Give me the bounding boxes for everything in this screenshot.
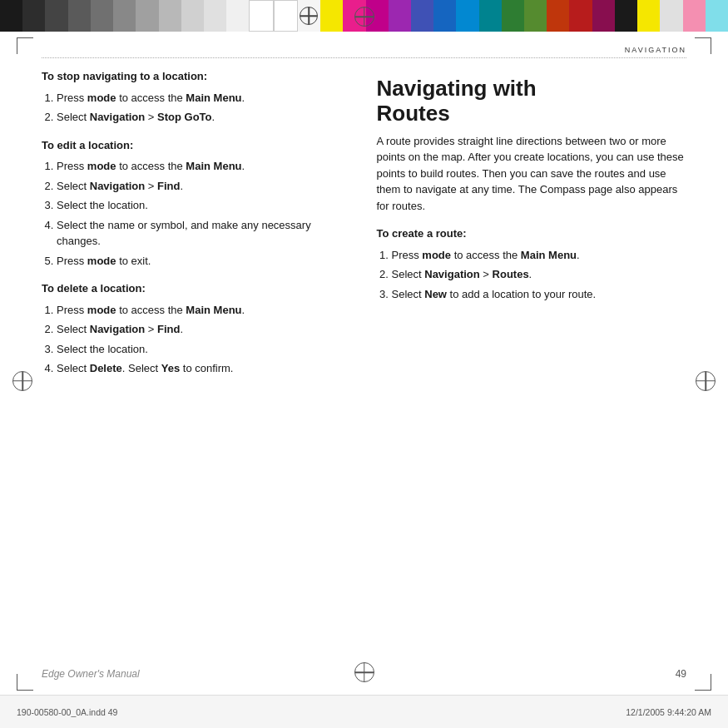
swatch-3 <box>45 0 67 32</box>
stop-goto-2: Stop GoTo <box>157 111 211 123</box>
stop-mode-1: mode <box>87 92 116 104</box>
swatch-13 <box>274 0 298 32</box>
swatch-blue <box>433 0 456 32</box>
swatch-green <box>502 0 524 32</box>
main-columns: To stop navigating to a location: Press … <box>42 68 686 680</box>
swatch-lightgray <box>660 0 682 32</box>
edit-loc-title: To edit a location: <box>42 137 352 154</box>
bottom-bar-right: 12/1/2005 9:44:20 AM <box>626 707 711 717</box>
swatch-lightpink <box>683 0 706 32</box>
corner-mark-tl <box>17 37 33 54</box>
swatch-4 <box>68 0 91 32</box>
swatch-6 <box>113 0 136 32</box>
swatch-12 <box>249 0 273 32</box>
create-route-title: To create a route: <box>377 225 687 242</box>
swatch-cyan <box>706 0 728 32</box>
create-mode-1: mode <box>422 249 451 261</box>
delete-mainmenu-1: Main Menu <box>186 304 241 316</box>
swatch-black2 <box>615 0 637 32</box>
edit-step-2: Select Navigation > Find. <box>57 178 352 195</box>
swatch-5 <box>91 0 113 32</box>
delete-step-1: Press mode to access the Main Menu. <box>57 302 352 319</box>
stop-step-1: Press mode to access the Main Menu. <box>57 90 352 106</box>
delete-mode-1: mode <box>87 304 116 316</box>
edit-find-2: Find <box>157 180 180 192</box>
page-number: 49 <box>676 668 686 680</box>
routes-heading-line1: Navigating with <box>377 76 537 101</box>
manual-title: Edge Owner's Manual <box>42 668 140 680</box>
crosshair-top <box>354 7 374 27</box>
swatch-darkpink <box>592 0 615 32</box>
edit-step-4: Select the name or symbol, and make any … <box>57 217 352 250</box>
create-step-2: Select Navigation > Routes. <box>392 266 687 283</box>
edit-mode-1: mode <box>87 160 116 172</box>
swatch-1 <box>0 0 22 32</box>
edit-nav-2: Navigation <box>90 180 145 192</box>
bottom-bar-left: 190-00580-00_0A.indd 49 <box>17 707 117 717</box>
create-nav-2: Navigation <box>424 268 479 280</box>
stop-steps-list: Press mode to access the Main Menu. Sele… <box>57 90 352 126</box>
edit-step-3: Select the location. <box>57 197 352 214</box>
crosshair-right <box>696 371 716 391</box>
delete-btn: Delete <box>90 362 122 374</box>
swatch-darkorange <box>547 0 569 32</box>
routes-description: A route provides straight line direction… <box>377 133 687 215</box>
page-content: Navigation To stop navigating to a locat… <box>42 46 686 682</box>
create-steps-list: Press mode to access the Main Menu. Sele… <box>392 247 687 303</box>
stop-nav-2: Navigation <box>90 111 145 123</box>
swatch-2 <box>22 0 45 32</box>
create-routes-2: Routes <box>493 268 529 280</box>
delete-yes: Yes <box>161 362 180 374</box>
swatch-11 <box>226 0 249 32</box>
delete-step-2: Select Navigation > Find. <box>57 321 352 338</box>
create-step-3: Select New to add a location to your rou… <box>392 286 687 303</box>
stop-mainmenu-1: Main Menu <box>186 92 241 104</box>
left-column: To stop navigating to a location: Press … <box>42 68 352 680</box>
edit-mainmenu-1: Main Menu <box>186 160 241 172</box>
create-new-3: New <box>424 288 447 300</box>
swatch-7 <box>136 0 158 32</box>
swatch-10 <box>204 0 226 32</box>
section-header: Navigation <box>42 46 686 58</box>
bottom-bar: 190-00580-00_0A.indd 49 12/1/2005 9:44:2… <box>0 695 728 728</box>
delete-step-4: Select Delete. Select Yes to confirm. <box>57 360 352 377</box>
edit-step-1: Press mode to access the Main Menu. <box>57 158 352 175</box>
corner-mark-tr <box>695 37 711 54</box>
footer: Edge Owner's Manual 49 <box>42 668 686 680</box>
edit-steps-list: Press mode to access the Main Menu. Sele… <box>57 158 352 269</box>
crosshair-left <box>12 371 32 391</box>
swatch-lightblue <box>456 0 478 32</box>
create-mainmenu-1: Main Menu <box>521 249 577 261</box>
swatch-purple <box>389 0 411 32</box>
edit-mode-5: mode <box>87 255 116 267</box>
swatch-8 <box>159 0 181 32</box>
delete-find-2: Find <box>157 323 180 335</box>
swatch-yellow2 <box>637 0 660 32</box>
stop-step-2: Select Navigation > Stop GoTo. <box>57 109 352 126</box>
right-column: Navigating with Routes A route provides … <box>377 68 687 680</box>
crosshair-swatch <box>298 0 320 32</box>
routes-heading: Navigating with Routes <box>377 77 687 126</box>
corner-mark-bl <box>17 674 33 691</box>
section-label: Navigation <box>625 46 686 54</box>
swatch-lgreen <box>524 0 547 32</box>
swatch-yellow <box>320 0 343 32</box>
swatch-9 <box>181 0 204 32</box>
delete-steps-list: Press mode to access the Main Menu. Sele… <box>57 302 352 377</box>
swatch-teal <box>479 0 502 32</box>
delete-loc-title: To delete a location: <box>42 280 352 297</box>
swatch-indigo <box>411 0 433 32</box>
create-step-1: Press mode to access the Main Menu. <box>392 247 687 264</box>
edit-step-5: Press mode to exit. <box>57 253 352 270</box>
routes-heading-line2: Routes <box>377 101 450 126</box>
stop-nav-title: To stop navigating to a location: <box>42 68 352 85</box>
delete-nav-2: Navigation <box>90 323 145 335</box>
corner-mark-br <box>695 674 711 691</box>
delete-step-3: Select the location. <box>57 341 352 358</box>
swatch-red <box>569 0 592 32</box>
